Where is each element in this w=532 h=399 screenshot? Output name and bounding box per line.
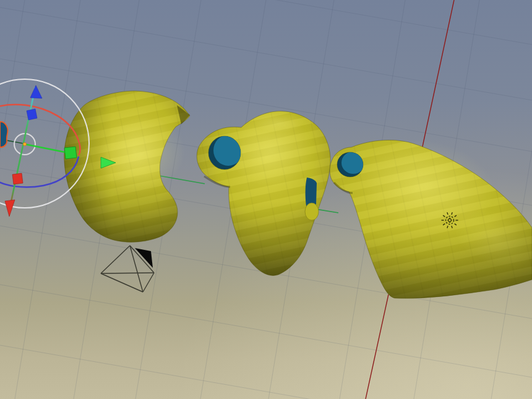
3d-viewport[interactable] [0, 0, 532, 399]
mesh-blob-left[interactable] [64, 91, 194, 242]
viewport-canvas[interactable] [0, 0, 532, 399]
mesh-blob-middle-nub [305, 203, 319, 220]
gizmo-blue-scale-box[interactable] [27, 109, 37, 120]
mesh-hole-middle-side [306, 178, 317, 207]
gizmo-center-dot[interactable] [23, 142, 26, 145]
mesh-blob-middle-dome-light [252, 113, 304, 132]
selected-mesh-fragment[interactable] [0, 122, 8, 147]
gizmo-red-scale-box[interactable] [12, 173, 23, 184]
gizmo-green-scale-box[interactable] [64, 147, 77, 159]
